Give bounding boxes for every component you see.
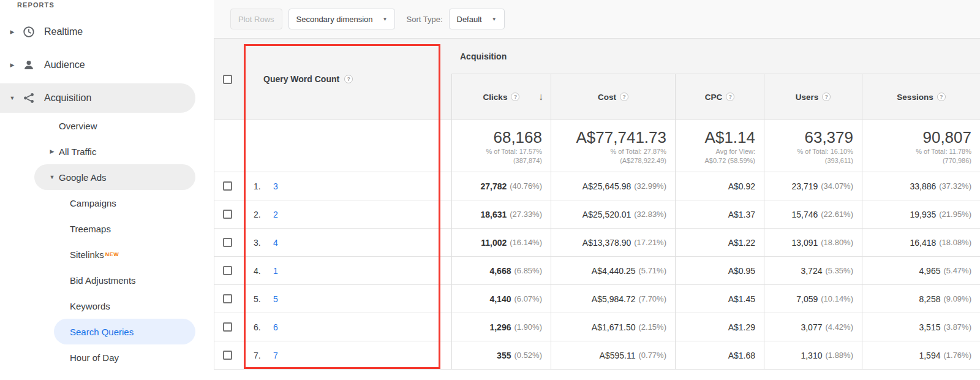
cpc-cell: A$1.68 xyxy=(675,341,764,370)
row-checkbox[interactable] xyxy=(223,294,232,303)
cpc-column-header[interactable]: CPC ? xyxy=(675,74,764,120)
sidebar-item-realtime[interactable]: ▶ Realtime xyxy=(0,17,214,47)
sidebar-item-treemaps[interactable]: Treemaps xyxy=(0,216,214,241)
total-subtext: A$0.72 (58.59%) xyxy=(704,156,755,165)
chevron-right-icon[interactable]: ▶ xyxy=(7,29,17,35)
chevron-down-icon[interactable]: ▼ xyxy=(48,174,56,180)
sessions-cell: 33,886(37.32%) xyxy=(862,172,980,200)
select-all-cell xyxy=(214,39,240,120)
row-checkbox[interactable] xyxy=(223,181,232,191)
row-checkbox[interactable] xyxy=(223,351,232,360)
clicks-column-header[interactable]: Clicks ? ↓ xyxy=(451,74,551,120)
row-checkbox[interactable] xyxy=(223,210,232,219)
sidebar-item-keywords[interactable]: Keywords xyxy=(0,293,214,319)
column-label: CPC xyxy=(705,93,723,102)
metric-value: A$25,520.01 xyxy=(582,210,631,219)
person-icon xyxy=(22,58,36,72)
users-cell: 15,746(22.61%) xyxy=(764,200,862,229)
total-subtext: % of Total: 16.10% xyxy=(797,147,853,156)
sidebar-item-hour-of-day[interactable]: Hour of Day xyxy=(0,344,214,370)
help-icon[interactable]: ? xyxy=(511,93,519,101)
app-window: REPORTS ▶ Realtime ▶ Audience ▼ Acquisit… xyxy=(0,0,980,380)
percent-of-total: (21.95%) xyxy=(939,210,971,219)
dimension-cell: 5. 5 xyxy=(240,285,451,313)
row-index: 2. xyxy=(254,210,266,219)
sidebar-item-label: Google Ads xyxy=(59,172,107,183)
row-checkbox[interactable] xyxy=(223,238,232,247)
metric-value: 15,746 xyxy=(791,210,818,219)
metric-value: 1,310 xyxy=(801,351,822,360)
sidebar-item-label: Acquisition xyxy=(44,93,91,104)
chevron-right-icon[interactable]: ▶ xyxy=(7,62,17,68)
chevron-right-icon[interactable]: ▶ xyxy=(48,148,56,154)
select-all-checkbox[interactable] xyxy=(223,75,232,84)
secondary-dimension-dropdown[interactable]: Secondary dimension ▼ xyxy=(288,9,396,29)
help-icon[interactable]: ? xyxy=(937,93,946,101)
metric-value: A$25,645.98 xyxy=(582,181,631,191)
total-subtext: % of Total: 27.87% xyxy=(610,147,666,156)
percent-of-total: (6.07%) xyxy=(514,294,542,303)
row-index: 3. xyxy=(254,238,266,248)
cpc-cell: A$1.37 xyxy=(675,200,764,229)
cost-cell: A$4,440.25(5.71%) xyxy=(551,257,675,285)
clicks-cell: 27,782(40.76%) xyxy=(451,172,551,200)
sidebar-item-search-queries[interactable]: Search Queries xyxy=(54,319,195,344)
percent-of-total: (18.08%) xyxy=(939,238,971,247)
sidebar-item-overview[interactable]: Overview xyxy=(0,113,214,139)
sessions-total-cell: 90,807 % of Total: 11.78% (770,986) xyxy=(862,120,980,172)
dimension-link[interactable]: 4 xyxy=(273,238,278,248)
metric-value: A$13,378.90 xyxy=(582,238,631,248)
metric-value: A$1.29 xyxy=(728,322,755,332)
help-icon[interactable]: ? xyxy=(822,93,831,101)
cost-total-cell: A$77,741.73 % of Total: 27.87% (A$278,92… xyxy=(551,120,675,172)
cost-column-header[interactable]: Cost ? xyxy=(551,74,675,120)
caret-down-icon: ▼ xyxy=(492,17,497,22)
chevron-down-icon[interactable]: ▼ xyxy=(7,95,17,101)
sidebar-item-all-traffic[interactable]: ▶ All Traffic xyxy=(0,139,214,164)
sidebar-item-bid-adjustments[interactable]: Bid Adjustments xyxy=(0,267,214,293)
dimension-cell: 2. 2 xyxy=(240,200,451,229)
report-content: Plot Rows Secondary dimension ▼ Sort Typ… xyxy=(214,0,980,380)
sidebar-item-label: Bid Adjustments xyxy=(70,275,136,286)
sessions-column-header[interactable]: Sessions ? xyxy=(862,74,980,120)
secondary-dimension-label: Secondary dimension xyxy=(296,15,373,24)
data-table: Query Word Count ? Acquisition Clicks ? … xyxy=(214,38,980,370)
help-icon[interactable]: ? xyxy=(344,75,353,83)
total-subtext: (393,611) xyxy=(825,156,853,165)
sidebar-item-audience[interactable]: ▶ Audience xyxy=(0,50,214,80)
help-icon[interactable]: ? xyxy=(726,93,734,101)
sidebar-item-acquisition[interactable]: ▼ Acquisition xyxy=(0,83,195,113)
row-checkbox[interactable] xyxy=(223,322,232,332)
total-subtext: (A$278,922.49) xyxy=(620,156,666,165)
dimension-link[interactable]: 3 xyxy=(273,181,278,191)
cost-cell: A$1,671.50(2.15%) xyxy=(551,313,675,341)
sidebar-item-label: Campaigns xyxy=(70,198,116,208)
dimension-link[interactable]: 7 xyxy=(273,351,278,360)
row-checkbox[interactable] xyxy=(223,266,232,275)
metric-value: A$4,440.25 xyxy=(592,266,636,276)
sidebar-item-google-ads[interactable]: ▼ Google Ads xyxy=(34,164,195,190)
sidebar-item-sitelinks[interactable]: Sitelinks NEW xyxy=(0,241,214,267)
sidebar-item-campaigns[interactable]: Campaigns xyxy=(0,190,214,216)
dimension-cell: 6. 6 xyxy=(240,313,451,341)
total-value: A$77,741.73 xyxy=(576,128,666,147)
metric-value: 8,258 xyxy=(919,294,940,304)
dimension-cell: 7. 7 xyxy=(240,341,451,370)
dimension-link[interactable]: 2 xyxy=(273,210,278,219)
total-subtext: (770,986) xyxy=(943,156,971,165)
dimension-link[interactable]: 1 xyxy=(273,266,278,276)
sort-descending-icon[interactable]: ↓ xyxy=(538,91,543,102)
dimension-link[interactable]: 5 xyxy=(273,294,278,304)
metric-value: A$0.95 xyxy=(728,266,755,276)
sort-type-label: Sort Type: xyxy=(406,15,442,24)
help-icon[interactable]: ? xyxy=(620,93,628,101)
sessions-cell: 8,258(9.09%) xyxy=(862,285,980,313)
users-column-header[interactable]: Users ? xyxy=(764,74,862,120)
metric-value: A$1,671.50 xyxy=(592,322,636,332)
total-value: 90,807 xyxy=(922,128,971,147)
dimension-link[interactable]: 6 xyxy=(273,322,278,332)
plot-rows-button[interactable]: Plot Rows xyxy=(230,9,282,29)
metric-value: 4,668 xyxy=(489,266,511,276)
sort-type-dropdown[interactable]: Default ▼ xyxy=(449,9,505,29)
cost-cell: A$25,520.01(32.83%) xyxy=(551,200,675,229)
